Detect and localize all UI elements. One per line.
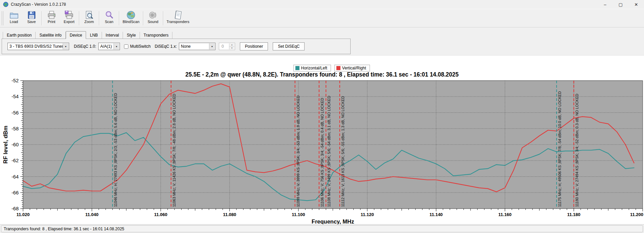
chart-title: 25.5E - 2,2m @ qwer (48.8N, 8.2E). Trans… [10,71,635,78]
toolbar-button-label: Sound [148,20,159,24]
maximize-button[interactable]: ▢ [613,0,628,9]
y-tick-label: -58 [12,126,19,131]
y-tick-label: -64 [12,174,19,179]
transponder-marker-label: 11099 MHz; V; 3999 KS ;8PSK; 3/4; -53 dB… [296,96,300,207]
transponder-marker-label: 11108 MHz; V; 2499 KS ;8PSK; 5/6; -54 dB… [327,96,331,207]
chart-legend: Horizontal/LeftVertical/Right [293,65,370,71]
tab-strip: Earth positionSatellite infoDeviceLNBInt… [2,31,644,39]
tab-lnb[interactable]: LNB [86,32,102,39]
window-controls: – ▢ ✕ [597,0,644,9]
transponder-marker-label: 11063 MHz; V; 11426 KS ;8PSK; 7/8; -48 d… [172,94,176,207]
minimize-button[interactable]: – [597,0,613,9]
toolbar-button-save[interactable]: Save [23,10,40,27]
transponder-marker-label: 11046 MHz; H; 27493 KS ;8PSK; 2/3; -53 d… [113,93,118,207]
tab-transponders[interactable]: Transponders [140,32,173,39]
set-diseqc-button[interactable]: Set DiSEqC [273,42,305,50]
scan-icon [105,10,114,20]
x-tick-label: 11.160 [498,212,512,217]
transponder-marker-label: 11175 MHz; H; 49506 KS ;8PSK; 7/8; -54 d… [558,91,562,207]
toolbar-button-label: Scan [105,20,113,24]
toolbar-button-label: BlindScan [123,20,140,24]
x-tick-label: 11.100 [292,212,305,217]
toolbar-button-zoom[interactable]: Zoom [80,10,98,27]
x-tick-label: 11.140 [430,212,443,217]
sound-icon [148,10,158,20]
toolbar-separator [119,11,119,25]
position-spinner[interactable]: 0 ▲▼ [219,43,235,50]
rf-spectrum-chart[interactable]: 11046 MHz; H; 27493 KS ;8PSK; 2/3; -53 d… [0,56,644,224]
y-tick-label: -60 [12,142,19,147]
multiswitch-checkbox-input[interactable] [124,44,128,49]
diseqc10-select-value: A/A(1) [100,44,112,49]
load-icon [9,10,19,20]
diseqc10-label: DiSEqC 1.0: [74,44,96,49]
legend-swatch [336,66,340,70]
x-tick-label: 11.180 [567,212,580,217]
tab-style[interactable]: Style [123,32,140,39]
x-tick-label: 11.080 [223,212,236,217]
print-icon [47,10,56,20]
toolbar-button-transponders[interactable]: Transponders [164,10,192,27]
transponder-marker-label: 11112 MHz; V; 1613 KS ;8PSK; 5/6; -55 dB… [341,96,345,207]
tab-device[interactable]: Device [66,31,86,39]
toolbar-separator [143,11,143,25]
tuner-select[interactable]: 3 - TBS 6903 DVBS/S2 Tuner 1 [7,43,69,50]
multiswitch-checkbox[interactable]: MultiSwitch [124,44,151,49]
x-axis-title: Frequency, MHz [312,218,354,224]
app-window: CrazyScan - Version 1.0.2.178 – ▢ ✕ Load… [0,0,644,233]
spinner-up-icon[interactable]: ▲ [229,43,234,47]
zoom-icon [85,10,94,20]
transponder-marker-label: 11180 MHz; V; 27494 KS ;8PSK; 3/4; -52 d… [575,94,579,207]
tab-satellite-info[interactable]: Satellite info [36,32,65,39]
y-tick-label: -66 [12,190,19,195]
status-text: Transponders found: 8 , Elapsed time: 36… [1,225,643,232]
y-tick-label: -68 [12,206,19,211]
toolbar-button-label: Save [27,20,36,24]
y-tick-label: -56 [12,110,19,115]
toolbar-button-scan[interactable]: Scan [100,10,118,27]
close-button[interactable]: ✕ [628,0,644,9]
position-spinner-value: 0 [222,44,224,49]
legend-item-horizontal-left: Horizontal/Left [293,65,331,71]
x-tick-label: 11.020 [16,212,29,217]
chart-panel: Horizontal/LeftVertical/Right 25.5E - 2,… [0,55,644,224]
diseqc1x-select[interactable]: None [179,43,215,50]
blindscan-icon [126,10,136,20]
x-tick-label: 11.060 [154,212,167,217]
toolbar-button-label: Transponders [167,20,189,24]
x-tick-label: 11.040 [85,212,99,217]
toolbar-separator [163,11,163,25]
app-globe-icon [3,2,8,7]
x-tick-label: 11.120 [361,212,374,217]
tab-earth-position[interactable]: Earth position [3,32,36,39]
tab-zone: Earth positionSatellite infoDeviceLNBInt… [0,27,644,55]
spinner-down-icon[interactable]: ▼ [229,47,234,50]
spinner-arrows[interactable]: ▲▼ [229,43,234,49]
window-title: CrazyScan - Version 1.0.2.178 [11,2,66,7]
title-bar: CrazyScan - Version 1.0.2.178 – ▢ ✕ [0,0,644,9]
toolbar-grip[interactable] [2,11,3,25]
tuner-select-value: 3 - TBS 6903 DVBS/S2 Tuner 1 [9,44,67,49]
diseqc1x-label: DiSEqC 1.x: [155,44,177,49]
toolbar-button-blindscan[interactable]: BlindScan [120,10,142,27]
legend-label: Vertical/Right [342,66,366,70]
diseqc10-select[interactable]: A/A(1) [98,43,120,50]
transponder-marker-label: 11106 MHz; V; 756 KS ;8PSK; 3/4; -54 dBm… [320,98,324,207]
diseqc1x-select-value: None [181,44,191,49]
legend-label: Horizontal/Left [301,66,327,70]
toolbar-button-export[interactable]: Export [60,10,78,27]
toolbar-button-print[interactable]: Print [43,10,60,27]
save-icon [27,10,36,20]
legend-swatch [295,66,299,70]
device-tab-page: 3 - TBS 6903 DVBS/S2 Tuner 1 DiSEqC 1.0:… [2,39,351,54]
positioner-button[interactable]: Positioner [240,42,268,50]
multiswitch-label: MultiSwitch [130,44,151,49]
toolbar-button-load[interactable]: Load [5,10,23,27]
toolbar: LoadSavePrintExportZoomScanBlindScanSoun… [0,9,644,27]
toolbar-button-label: Zoom [84,20,94,24]
y-tick-label: -52 [12,78,19,83]
transponders-icon [173,10,183,20]
y-axis-title: RF level, dBm [2,126,9,164]
toolbar-button-sound[interactable]: Sound [144,10,162,27]
tab-interval[interactable]: Interval [102,32,123,39]
